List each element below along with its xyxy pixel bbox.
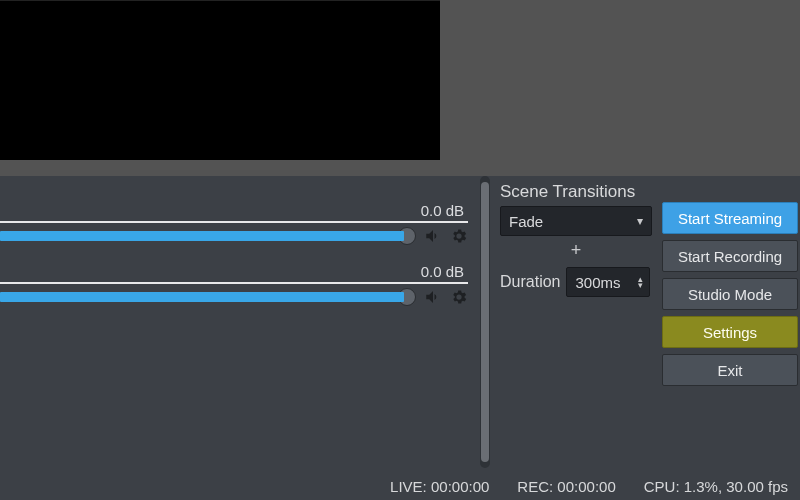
chevron-down-icon: ▾ — [637, 214, 643, 228]
preview-canvas[interactable] — [0, 0, 440, 160]
studio-mode-button[interactable]: Studio Mode — [662, 278, 798, 310]
mixer-scrollbar-thumb[interactable] — [481, 182, 489, 462]
duration-label: Duration — [500, 273, 560, 291]
duration-value: 300ms — [575, 274, 620, 291]
mixer-db-label: 0.0 dB — [0, 263, 468, 280]
mixer-slider-row — [0, 288, 468, 306]
volume-slider[interactable] — [0, 292, 404, 302]
mixer-scrollbar[interactable] — [480, 176, 490, 468]
status-rec: REC: 00:00:00 — [517, 478, 615, 495]
mixer-meter — [0, 282, 468, 284]
transition-selected: Fade — [509, 213, 543, 230]
add-transition-button[interactable]: + — [500, 240, 652, 261]
mixer-channel: 0.0 dB — [0, 202, 468, 245]
mixer-meter — [0, 221, 468, 223]
volume-slider[interactable] — [0, 231, 404, 241]
preview-area — [0, 0, 800, 176]
lower-panels: 0.0 dB 0.0 dB — [0, 176, 800, 472]
plus-icon: + — [571, 240, 582, 260]
status-live: LIVE: 00:00:00 — [390, 478, 489, 495]
mixer-channel: 0.0 dB — [0, 263, 468, 306]
settings-button[interactable]: Settings — [662, 316, 798, 348]
start-streaming-button[interactable]: Start Streaming — [662, 202, 798, 234]
start-recording-button[interactable]: Start Recording — [662, 240, 798, 272]
obs-window: 0.0 dB 0.0 dB — [0, 0, 800, 500]
chevron-down-icon: ▾ — [638, 282, 643, 288]
scene-transitions-title: Scene Transitions — [500, 182, 654, 202]
status-cpu: CPU: 1.3%, 30.00 fps — [644, 478, 788, 495]
speaker-icon[interactable] — [424, 288, 442, 306]
speaker-icon[interactable] — [424, 227, 442, 245]
transition-duration-row: Duration 300ms ▴ ▾ — [500, 267, 654, 297]
mixer-slider-row — [0, 227, 468, 245]
duration-input[interactable]: 300ms ▴ ▾ — [566, 267, 650, 297]
transition-select[interactable]: Fade ▾ — [500, 206, 652, 236]
status-bar: LIVE: 00:00:00 REC: 00:00:00 CPU: 1.3%, … — [0, 472, 800, 500]
gear-icon[interactable] — [450, 288, 468, 306]
audio-mixer: 0.0 dB 0.0 dB — [0, 176, 490, 472]
exit-button[interactable]: Exit — [662, 354, 798, 386]
spinbox-arrows[interactable]: ▴ ▾ — [638, 276, 643, 288]
scene-transitions-panel: Scene Transitions Fade ▾ + Duration 300m… — [490, 176, 662, 472]
controls-panel: Start Streaming Start Recording Studio M… — [662, 176, 800, 472]
mixer-db-label: 0.0 dB — [0, 202, 468, 219]
preview-empty — [440, 0, 800, 176]
gear-icon[interactable] — [450, 227, 468, 245]
